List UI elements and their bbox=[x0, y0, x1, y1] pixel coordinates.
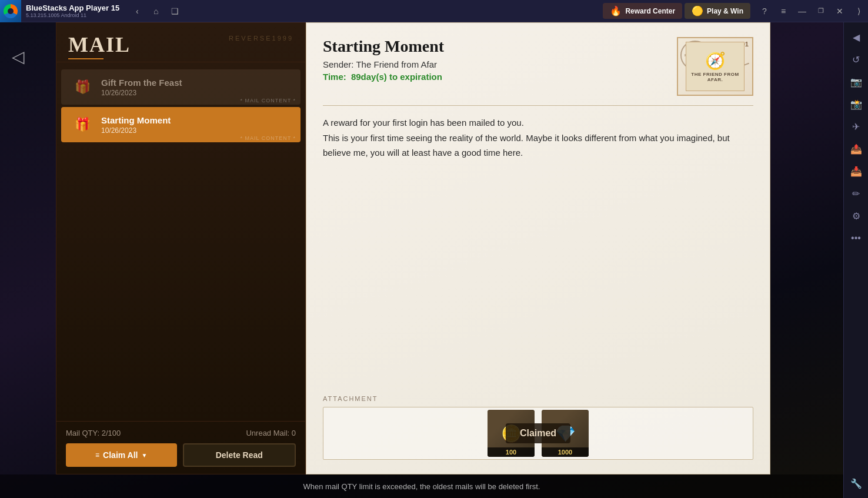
mail-panel: MAIL REVERSE1999 🎁 Gift From the Feast 1… bbox=[56, 22, 306, 474]
mail-item-starting-date: 10/26/2023 bbox=[101, 126, 291, 135]
sidebar-refresh-icon[interactable]: ↺ bbox=[846, 49, 866, 69]
detail-header-content: Starting Moment Sender: The Friend from … bbox=[323, 37, 665, 96]
app-version: 5.13.215.1005 Android 11 bbox=[26, 12, 119, 18]
attachment-item-2: 💎 1000 bbox=[542, 410, 589, 457]
app-name: BlueStacks App Player 15 bbox=[26, 4, 119, 12]
stamp-text: THE FRIEND FROM AFAR. bbox=[689, 72, 742, 82]
play-win-label: Play & Win bbox=[707, 7, 743, 15]
time-label: Time: bbox=[323, 72, 346, 82]
sidebar-edit-icon[interactable]: ✏ bbox=[846, 183, 866, 203]
mail-unread: Unread Mail: 0 bbox=[246, 429, 296, 437]
tabs-button[interactable]: ❑ bbox=[166, 3, 183, 19]
app-name-block: BlueStacks App Player 15 5.13.215.1005 A… bbox=[21, 2, 124, 19]
attachment-label: ATTACHMENT bbox=[323, 395, 753, 402]
reward-center-button[interactable]: 🔥 Reward Center bbox=[603, 3, 682, 19]
detail-panel: Starting Moment Sender: The Friend from … bbox=[306, 22, 770, 474]
sidebar-camera-icon[interactable]: 📸 bbox=[846, 94, 866, 114]
detail-body: A reward for your first login has been m… bbox=[323, 115, 753, 386]
mail-stats: Mail QTY: 2/100 Unread Mail: 0 bbox=[66, 429, 296, 437]
claim-all-label: Claim All bbox=[103, 450, 138, 460]
mail-panel-title: MAIL bbox=[68, 32, 131, 57]
attachment-item-1-count: 100 bbox=[488, 447, 535, 457]
mail-title-underline bbox=[68, 58, 104, 59]
restore-button[interactable]: ❐ bbox=[812, 0, 830, 22]
mail-qty: Mail QTY: 2/100 bbox=[66, 429, 121, 437]
mail-item-gift-date: 10/26/2023 bbox=[101, 89, 291, 97]
sidebar-close-button[interactable]: ⟩ bbox=[849, 0, 868, 22]
restore-icon: ❐ bbox=[818, 7, 824, 15]
play-win-button[interactable]: 🟡 Play & Win bbox=[685, 3, 750, 19]
detail-sender: Sender: The Friend from Afar bbox=[323, 59, 665, 69]
mail-item-starting-title: Starting Moment bbox=[101, 115, 291, 125]
detail-divider bbox=[323, 105, 753, 106]
sidebar-gear-icon[interactable]: ⚙ bbox=[846, 206, 866, 226]
sidebar-airplane-icon[interactable]: ✈ bbox=[846, 116, 866, 136]
sidebar-download-icon[interactable]: 📥 bbox=[846, 161, 866, 181]
expiry-value: 89day(s) to expiration bbox=[351, 72, 442, 82]
bottom-hint: When mail QTY limit is exceeded, the old… bbox=[0, 474, 843, 498]
back-button[interactable]: ‹ bbox=[129, 3, 145, 19]
reward-fire-icon: 🔥 bbox=[610, 5, 622, 16]
attachment-item-1: 🪙 100 bbox=[488, 410, 535, 457]
claim-all-button[interactable]: ≡ Claim All ▼ bbox=[66, 443, 177, 467]
help-button[interactable]: ? bbox=[755, 0, 774, 22]
sender-label: Sender: bbox=[323, 59, 354, 69]
home-button[interactable]: ⌂ bbox=[148, 3, 164, 19]
detail-title: Starting Moment bbox=[323, 37, 665, 56]
mail-item-starting-icon: 🎁 bbox=[71, 113, 94, 136]
right-sidebar: ◀ ↺ 📷 📸 ✈ 📤 📥 ✏ ⚙ ••• 🔧 bbox=[843, 22, 868, 498]
minimize-button[interactable]: — bbox=[793, 0, 812, 22]
mail-item-gift-icon: 🎁 bbox=[71, 75, 94, 99]
claim-all-icon: ≡ bbox=[95, 451, 99, 459]
sidebar-settings-icon[interactable]: 🔧 bbox=[846, 473, 866, 493]
detail-expiry: Time: 89day(s) to expiration bbox=[323, 72, 665, 82]
mail-footer: Mail QTY: 2/100 Unread Mail: 0 ≡ Claim A… bbox=[56, 421, 305, 474]
window-controls: ? ≡ — ❐ ✕ ⟩ bbox=[755, 0, 868, 22]
attachment-item-2-count: 1000 bbox=[542, 447, 589, 457]
stamp-inner: 🧭 THE FRIEND FROM AFAR. bbox=[686, 42, 745, 91]
game-watermark: REVERSE1999 bbox=[229, 35, 293, 42]
mail-item-starting-content: Starting Moment 10/26/2023 bbox=[101, 115, 291, 135]
stamp-image-icon: 🧭 bbox=[705, 51, 726, 71]
app-logo bbox=[0, 0, 21, 22]
reward-center-label: Reward Center bbox=[625, 7, 675, 15]
mail-item-gift-content: Gift From the Feast 10/26/2023 bbox=[101, 78, 291, 97]
attachment-box: 🪙 100 💎 1000 Claimed bbox=[323, 407, 753, 460]
close-button[interactable]: ✕ bbox=[830, 0, 849, 22]
mail-header: MAIL REVERSE1999 bbox=[56, 23, 305, 62]
sender-name: The Friend from Afar bbox=[356, 59, 437, 69]
sidebar-expand-icon[interactable]: ◀ bbox=[846, 27, 866, 47]
titlebar: BlueStacks App Player 15 5.13.215.1005 A… bbox=[0, 0, 868, 22]
mail-item-gift-feast[interactable]: 🎁 Gift From the Feast 10/26/2023 * MAIL … bbox=[61, 69, 301, 105]
nav-buttons: ‹ ⌂ ❑ bbox=[129, 3, 183, 19]
sidebar-more-icon[interactable]: ••• bbox=[846, 228, 866, 248]
mail-item-gift-title: Gift From the Feast bbox=[101, 78, 291, 88]
mail-item-gift-label: * MAIL CONTENT * bbox=[240, 98, 296, 103]
sidebar-upload-icon[interactable]: 📤 bbox=[846, 139, 866, 159]
detail-header: Starting Moment Sender: The Friend from … bbox=[323, 37, 753, 96]
mail-item-starting-moment[interactable]: 🎁 Starting Moment 10/26/2023 * MAIL CONT… bbox=[61, 107, 301, 142]
sidebar-screenshot-icon[interactable]: 📷 bbox=[846, 72, 866, 92]
delete-read-button[interactable]: Delete Read bbox=[183, 443, 296, 467]
mail-stamp: 🧭 THE FRIEND FROM AFAR. 01 POST MARK bbox=[677, 37, 753, 96]
mail-list: 🎁 Gift From the Feast 10/26/2023 * MAIL … bbox=[56, 62, 305, 421]
playnwin-coin-icon: 🟡 bbox=[692, 5, 703, 16]
mail-item-starting-label: * MAIL CONTENT * bbox=[240, 135, 296, 141]
menu-button[interactable]: ≡ bbox=[774, 0, 793, 22]
bottom-hint-text: When mail QTY limit is exceeded, the old… bbox=[303, 482, 540, 491]
mail-action-buttons: ≡ Claim All ▼ Delete Read bbox=[66, 443, 296, 467]
game-back-arrow[interactable]: ◁ bbox=[12, 47, 25, 66]
claim-all-dropdown-icon: ▼ bbox=[142, 452, 148, 459]
